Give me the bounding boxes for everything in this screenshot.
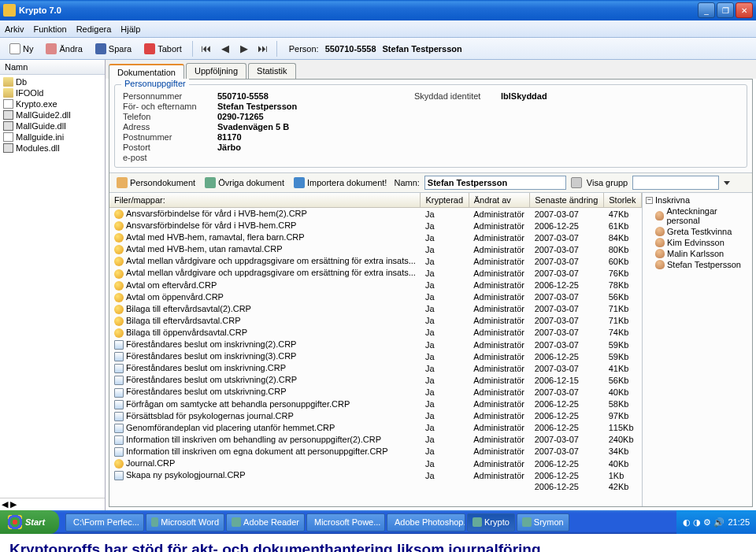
table-row[interactable]: Bilaga till eftervårdsavtal(2).CRPJaAdmi… bbox=[109, 303, 642, 315]
tray-icons[interactable]: ◐ ◑ ⚙ 🔊 bbox=[683, 517, 724, 528]
tree-item[interactable]: IFOOld bbox=[2, 87, 103, 98]
dropdown-icon[interactable] bbox=[724, 181, 730, 185]
table-row[interactable]: Information till inskriven om behandling… bbox=[109, 434, 642, 446]
table-row[interactable]: Genomförandeplan vid placering utanför h… bbox=[109, 422, 642, 434]
table-row[interactable]: Information till inskriven om egna dokum… bbox=[109, 446, 642, 458]
taskbar-button[interactable]: Microsoft Word bbox=[146, 513, 224, 532]
table-row[interactable]: Avtal mellan vårdgivare och uppdragsgiva… bbox=[109, 267, 642, 279]
nav-first-button[interactable]: ⏮ bbox=[198, 42, 214, 56]
search-icon[interactable] bbox=[571, 177, 582, 188]
tree-item[interactable]: Krypto.exe bbox=[2, 98, 103, 109]
table-row[interactable]: Avtal med HVB-hem, ramavtal, flera barn.… bbox=[109, 232, 642, 243]
menu-hjalp[interactable]: Hjälp bbox=[120, 24, 140, 34]
importera-button[interactable]: Importera dokument! bbox=[291, 176, 390, 189]
tab-dokumentation[interactable]: Dokumentation bbox=[109, 64, 184, 80]
document-icon bbox=[114, 376, 124, 385]
tree-item[interactable]: MallGuide2.dll bbox=[2, 109, 103, 120]
description-heading: Kryptoproffs har stöd för akt- och dokum… bbox=[9, 540, 747, 552]
tree-item[interactable]: Db bbox=[2, 76, 103, 87]
table-row[interactable]: Föreståndares beslut om inskrivning.CRPJ… bbox=[109, 362, 642, 374]
client-item[interactable]: Greta Testkvinna bbox=[644, 226, 750, 237]
table-row[interactable]: Avtal om öppenvård.CRPJaAdministratör200… bbox=[109, 291, 642, 303]
app-icon bbox=[522, 517, 532, 527]
table-row[interactable]: Skapa ny psykologjournal.CRPJaAdministra… bbox=[109, 469, 642, 481]
system-tray[interactable]: ◐ ◑ ⚙ 🔊 21:25 bbox=[676, 510, 756, 534]
table-row[interactable]: 2006-12-2542Kb bbox=[109, 481, 642, 492]
document-list[interactable]: Filer/mappar: Krypterad Ändrat av Senast… bbox=[109, 193, 642, 506]
table-row[interactable]: Föreståndares beslut om utskrivning(2).C… bbox=[109, 374, 642, 386]
menu-arkiv[interactable]: Arkiv bbox=[5, 24, 24, 34]
tab-statistik[interactable]: Statistik bbox=[248, 63, 296, 79]
table-row[interactable]: Förfrågan om samtycke att behandla perso… bbox=[109, 398, 642, 410]
val-namn: Stefan Testpersson bbox=[217, 102, 414, 111]
close-button[interactable]: ✕ bbox=[736, 2, 753, 18]
client-item[interactable]: Stefan Testpersson bbox=[644, 259, 750, 270]
taskbar-button[interactable]: C:\Form Perfec... bbox=[65, 513, 144, 532]
tabort-button[interactable]: Tabort bbox=[139, 41, 187, 57]
table-row[interactable]: Ansvarsförbindelse för vård i HVB-hem.CR… bbox=[109, 220, 642, 232]
table-row[interactable]: Avtal med HVB-hem, utan ramavtal.CRPJaAd… bbox=[109, 243, 642, 255]
start-button[interactable]: Start bbox=[0, 510, 59, 534]
document-icon bbox=[114, 340, 124, 350]
client-item[interactable]: Kim Edvinsson bbox=[644, 237, 750, 248]
table-row[interactable]: Föreståndares beslut om inskrivning(3).C… bbox=[109, 350, 642, 362]
app-icon bbox=[232, 517, 241, 527]
ny-button[interactable]: Ny bbox=[5, 41, 38, 57]
val-personnummer: 550710-5558 bbox=[217, 91, 414, 101]
table-row[interactable]: Bilaga till eftervårdsavtal.CRPJaAdminis… bbox=[109, 315, 642, 327]
table-row[interactable]: Bilaga till öppenvårdsavtal.CRPJaAdminis… bbox=[109, 327, 642, 339]
dll-icon bbox=[3, 110, 13, 120]
lbl-epost: e-post bbox=[123, 153, 217, 162]
andra-button[interactable]: Ändra bbox=[41, 41, 87, 57]
col-krypterad[interactable]: Krypterad bbox=[421, 193, 469, 208]
tree-item[interactable]: Mallguide.ini bbox=[2, 132, 103, 143]
document-icon bbox=[114, 412, 124, 421]
maximize-button[interactable]: ❐ bbox=[717, 2, 734, 18]
table-row[interactable]: Ansvarsförbindelse för vård i HVB-hem(2)… bbox=[109, 208, 642, 220]
table-row[interactable]: Föreståndares beslut om utskrivning.CRPJ… bbox=[109, 386, 642, 398]
document-icon bbox=[114, 459, 124, 469]
table-row[interactable]: Försättsblad för psykologernas journal.C… bbox=[109, 410, 642, 422]
persondokument-button[interactable]: Persondokument bbox=[114, 176, 198, 189]
ovriga-dokument-button[interactable]: Övriga dokument bbox=[202, 176, 287, 189]
taskbar-button[interactable]: Srymon bbox=[517, 513, 569, 532]
namn-input[interactable] bbox=[424, 176, 566, 190]
table-row[interactable]: Föreståndares beslut om inskrivning(2).C… bbox=[109, 339, 642, 350]
client-item[interactable]: Malin Karlsson bbox=[644, 248, 750, 259]
visa-grupp-input[interactable] bbox=[632, 176, 719, 190]
table-row[interactable]: Avtal mellan vårdgivare och uppdragsgiva… bbox=[109, 255, 642, 267]
table-row[interactable]: Journal.CRPJaAdministratör2006-12-2540Kb bbox=[109, 458, 642, 469]
person-icon bbox=[655, 249, 665, 258]
inskrivna-group[interactable]: − Inskrivna bbox=[644, 194, 750, 206]
table-row[interactable]: Avtal om eftervård.CRPJaAdministratör200… bbox=[109, 280, 642, 291]
tree-item[interactable]: Modules.dll bbox=[2, 143, 103, 154]
col-andrat[interactable]: Ändrat av bbox=[469, 193, 530, 208]
nav-next-button[interactable]: ▶ bbox=[236, 42, 252, 56]
tree-item[interactable]: MallGuide.dll bbox=[2, 120, 103, 132]
visa-grupp-label: Visa grupp bbox=[587, 178, 628, 187]
tab-uppfoljning[interactable]: Uppföljning bbox=[186, 63, 246, 79]
document-icon bbox=[114, 317, 124, 326]
menu-funktion[interactable]: Funktion bbox=[33, 24, 66, 34]
taskbar-button[interactable]: Adobe Photoshop... bbox=[387, 513, 465, 532]
collapse-icon[interactable]: − bbox=[646, 197, 653, 204]
col-senaste[interactable]: Senaste ändring bbox=[530, 193, 604, 208]
document-icon bbox=[114, 245, 124, 254]
sidebar-left-scrollbar[interactable]: ◀ ▶ bbox=[0, 498, 105, 510]
spara-button[interactable]: Spara bbox=[91, 41, 136, 57]
minimize-button[interactable]: _ bbox=[698, 2, 715, 18]
taskbar-button[interactable]: Microsoft Powe... bbox=[306, 513, 385, 532]
nav-last-button[interactable]: ⏭ bbox=[255, 42, 271, 56]
col-filer[interactable]: Filer/mappar: bbox=[109, 193, 421, 208]
taskbar-button[interactable]: Adobe Reader bbox=[226, 513, 305, 532]
save-icon bbox=[95, 43, 106, 54]
lbl-personnummer: Personnummer bbox=[123, 91, 217, 101]
nav-prev-button[interactable]: ◀ bbox=[217, 42, 233, 56]
client-item[interactable]: Anteckningar personal bbox=[644, 206, 750, 226]
title-bar: Krypto 7.0 _ ❐ ✕ bbox=[0, 0, 756, 20]
col-storlek[interactable]: Storlek bbox=[604, 193, 642, 208]
tabs: Dokumentation Uppföljning Statistik bbox=[106, 60, 756, 79]
taskbar-button[interactable]: Krypto bbox=[467, 513, 515, 532]
document-icon bbox=[114, 209, 124, 219]
menu-redigera[interactable]: Redigera bbox=[76, 24, 112, 34]
